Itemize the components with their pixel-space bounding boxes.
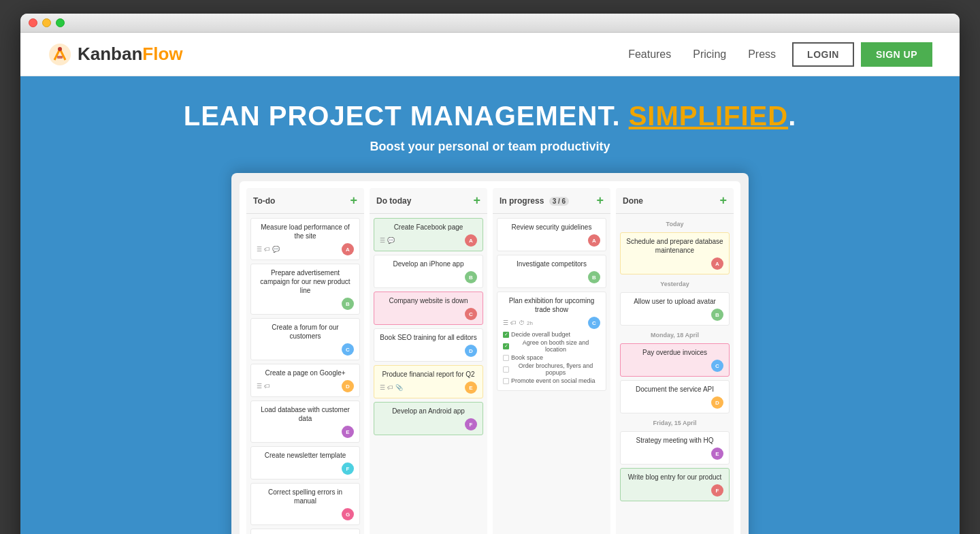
checkbox[interactable] xyxy=(503,355,509,361)
window: KanbanFlow Features Pricing Press LOGIN … xyxy=(20,14,960,534)
column-header-done: Done + xyxy=(616,188,734,214)
avatar: C xyxy=(588,317,600,329)
table-row: Book SEO training for all editors D xyxy=(374,328,483,362)
table-row: Create newsletter template F xyxy=(250,446,360,480)
hero-title: LEAN PROJECT MANAGEMENT. SIMPLIFIED. xyxy=(34,101,946,131)
add-todo-button[interactable]: + xyxy=(350,193,357,208)
avatar: E xyxy=(342,426,354,438)
board-container: To-do + Measure load performance of the … xyxy=(231,173,749,534)
done-cards: Today Schedule and prepare database main… xyxy=(616,214,734,505)
table-row: Prepare advertisement campaign for our n… xyxy=(250,264,360,315)
avatar: A xyxy=(465,234,477,247)
table-row: Create a page on Google+ ☰ 🏷 D xyxy=(250,364,360,397)
logo-icon xyxy=(48,42,72,67)
table-row: Schedule and prepare database maintenanc… xyxy=(620,232,730,274)
table-row: Load database with customer data E xyxy=(250,400,360,443)
checkbox[interactable]: ✓ xyxy=(503,343,509,349)
tag-icon: 🏷 xyxy=(510,319,517,326)
table-row: Company website is down C xyxy=(374,292,483,325)
clock-icon: ⏱ xyxy=(519,319,525,326)
checklist-icon: ☰ xyxy=(257,383,262,390)
avatar: A xyxy=(342,243,354,255)
checklist-icon: ☰ xyxy=(503,319,508,326)
today-cards: Create Facebook page ☰ 💬 A Develop an iP… xyxy=(370,214,487,439)
inprogress-cards: Review security guidelines A Investigate… xyxy=(493,214,610,395)
column-header-inprogress: In progress 3 / 6 + xyxy=(493,188,610,214)
kanban-board: To-do + Measure load performance of the … xyxy=(240,181,740,534)
table-row: Investigate competitors B xyxy=(497,255,606,288)
todo-cards: Measure load performance of the site ☰ 🏷… xyxy=(246,214,364,534)
nav-links: Features Pricing Press xyxy=(628,48,776,61)
close-button[interactable] xyxy=(29,18,37,27)
date-label-monday: Monday, 18 April xyxy=(620,329,730,340)
logo[interactable]: KanbanFlow xyxy=(48,42,183,67)
column-header-todo: To-do + xyxy=(246,188,364,214)
comment-icon: 💬 xyxy=(387,237,395,244)
signup-button-nav[interactable]: SIGN UP xyxy=(861,42,932,67)
avatar: C xyxy=(342,343,354,356)
avatar: F xyxy=(711,484,723,497)
avatar: B xyxy=(342,298,354,310)
column-done: Done + Today Schedule and prepare databa… xyxy=(616,188,734,534)
avatar: C xyxy=(465,308,477,320)
column-inprogress: In progress 3 / 6 + Review security guid… xyxy=(493,188,610,534)
table-row: Strategy meeting with HQ E xyxy=(620,431,730,465)
add-inprogress-button[interactable]: + xyxy=(596,193,604,208)
table-row: Allow user to upload avatar B xyxy=(620,292,730,326)
table-row: Pay overdue invoices C xyxy=(620,343,730,377)
avatar: C xyxy=(711,360,723,372)
add-done-button[interactable]: + xyxy=(719,193,727,208)
hero-section: LEAN PROJECT MANAGEMENT. SIMPLIFIED. Boo… xyxy=(20,76,960,534)
column-todo: To-do + Measure load performance of the … xyxy=(246,188,364,534)
svg-point-1 xyxy=(58,47,62,51)
table-row: Plan exhibition for upcoming trade show … xyxy=(497,292,606,391)
avatar: D xyxy=(465,345,477,357)
table-row: Create Facebook page ☰ 💬 A xyxy=(374,218,483,251)
avatar: F xyxy=(465,418,477,430)
hero-subtitle: Boost your personal or team productivity xyxy=(34,140,946,154)
avatar: E xyxy=(465,381,477,394)
login-button[interactable]: LOGIN xyxy=(792,42,854,67)
nav-press[interactable]: Press xyxy=(748,48,776,61)
minimize-button[interactable] xyxy=(42,18,51,27)
avatar: B xyxy=(588,271,600,283)
table-row: Measure load performance of the site ☰ 🏷… xyxy=(250,218,360,260)
table-row: Write blog entry for our product F xyxy=(620,468,730,501)
svg-rect-2 xyxy=(57,56,63,59)
avatar: G xyxy=(342,508,354,520)
logo-text: KanbanFlow xyxy=(78,44,183,65)
nav-pricing[interactable]: Pricing xyxy=(693,48,726,61)
table-row: Document the service API D xyxy=(620,380,730,413)
table-row: Correct spelling errors in manual G xyxy=(250,483,360,525)
add-today-button[interactable]: + xyxy=(473,193,480,208)
comment-icon: 💬 xyxy=(272,246,280,253)
avatar: A xyxy=(588,234,600,247)
svg-point-0 xyxy=(49,44,71,65)
checklist-icon: ☰ xyxy=(380,237,385,244)
avatar: B xyxy=(711,309,723,321)
checkbox[interactable] xyxy=(503,366,509,373)
avatar: A xyxy=(711,257,723,270)
date-label-today: Today xyxy=(620,218,730,229)
checkbox[interactable]: ✓ xyxy=(503,332,509,338)
date-label-yesterday: Yesterday xyxy=(620,278,730,289)
clip-icon: 📎 xyxy=(395,384,403,391)
table-row: Produce financial report for Q2 ☰ 🏷 📎 E xyxy=(374,365,483,398)
column-today: Do today + Create Facebook page ☰ 💬 A xyxy=(370,188,487,534)
checklist: ✓ Decide overall budget ✓ Agree on booth… xyxy=(503,331,600,384)
checklist-icon: ☰ xyxy=(257,246,262,253)
table-row: Create a forum for our customers C xyxy=(250,318,360,360)
nav-features[interactable]: Features xyxy=(628,48,671,61)
avatar: D xyxy=(711,396,723,409)
column-header-today: Do today + xyxy=(370,188,487,214)
avatar: E xyxy=(711,447,723,460)
navbar: KanbanFlow Features Pricing Press LOGIN … xyxy=(20,33,960,76)
tag-icon: 🏷 xyxy=(264,246,270,253)
maximize-button[interactable] xyxy=(56,18,65,27)
avatar: F xyxy=(342,462,354,475)
avatar: B xyxy=(465,271,477,283)
table-row: Develop an iPhone app B xyxy=(374,255,483,288)
table-row: Review security guidelines A xyxy=(497,218,606,251)
checklist-icon: ☰ xyxy=(380,384,385,391)
checkbox[interactable] xyxy=(503,378,509,384)
